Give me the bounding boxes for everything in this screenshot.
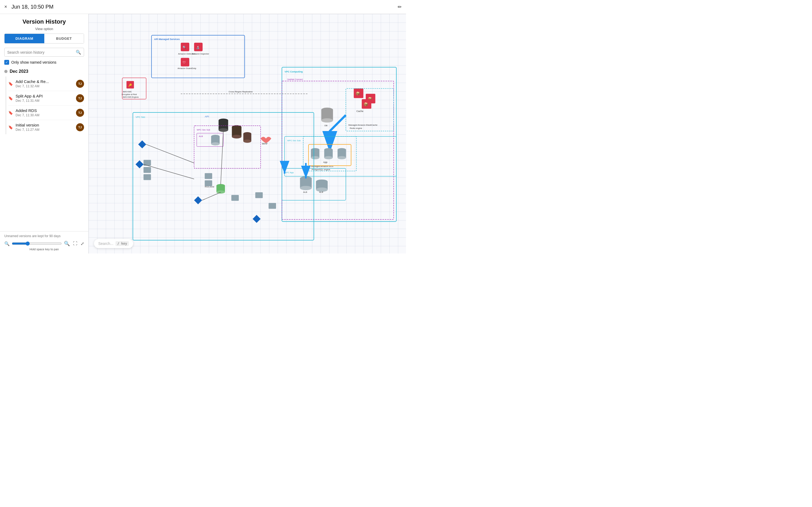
svg-text:WFC Sec Sub: WFC Sec Sub — [197, 129, 211, 131]
version-info-2: Added RDS Dec 7, 11:30 AM — [15, 108, 73, 117]
sidebar-title: Version History — [4, 18, 84, 25]
svg-rect-89 — [205, 180, 212, 186]
bookmark-icon-2: 🔖 — [8, 111, 13, 115]
svg-text:ALB: ALB — [303, 191, 307, 193]
main-layout: Version History View option DIAGRAM BUDG… — [0, 14, 406, 253]
canvas-search-bar[interactable]: Search... / key — [94, 239, 133, 248]
svg-text:WFC App: WFC App — [285, 171, 294, 174]
svg-point-46 — [324, 156, 333, 159]
month-dot — [4, 70, 7, 73]
svg-text:ALB: ALB — [199, 135, 203, 137]
svg-text:Encryption at Rest: Encryption at Rest — [122, 94, 137, 96]
svg-rect-88 — [205, 173, 212, 179]
svg-point-66 — [243, 139, 251, 143]
svg-text:VPC Sec: VPC Sec — [135, 116, 146, 118]
svg-point-49 — [338, 156, 346, 159]
svg-marker-81 — [138, 140, 147, 149]
version-date-3: Dec 7, 11:27 AM — [15, 128, 73, 131]
version-info-0: Add Cache & Re... Dec 7, 11:32 AM — [15, 79, 73, 88]
svg-text:Redis engine: Redis engine — [350, 127, 362, 129]
version-avatar-0: TJ — [76, 80, 84, 88]
version-name-1: Split App & API — [15, 94, 73, 98]
svg-marker-83 — [194, 196, 202, 204]
svg-point-63 — [232, 135, 242, 138]
svg-point-35 — [322, 118, 333, 123]
month-group-dec2023: Dec 2023 🔖 Add Cache & Re... Dec 7, 11:3… — [4, 69, 84, 134]
svg-point-73 — [211, 142, 220, 146]
svg-line-104 — [221, 130, 223, 184]
diagram-container: API Managed Services 🔍 Amazon Detective … — [89, 14, 406, 253]
svg-text:Amazon GuardDuty: Amazon GuardDuty — [177, 67, 196, 69]
svg-text:🔑: 🔑 — [128, 83, 132, 87]
zoom-in-icon[interactable]: 🔍 — [64, 241, 70, 246]
svg-rect-92 — [269, 203, 276, 209]
svg-text:App: App — [323, 161, 327, 164]
footer-note: Unnamed versions are kept for 90 days — [4, 234, 84, 238]
svg-text:API Managed Services: API Managed Services — [154, 38, 180, 41]
bookmark-icon-1: 🔖 — [8, 96, 13, 101]
svg-line-101 — [146, 145, 194, 163]
version-name-3: Initial version — [15, 123, 73, 127]
view-toggle: DIAGRAM BUDGET — [4, 34, 84, 44]
check-icon: ✓ — [5, 60, 8, 64]
svg-rect-91 — [255, 192, 263, 198]
canvas-search-key: / key — [115, 241, 129, 246]
version-date-0: Dec 7, 11:32 AM — [15, 84, 73, 88]
month-label: Dec 2023 — [10, 69, 28, 74]
footer-controls: 🔍 🔍 ⛶ ⤢ — [4, 241, 84, 246]
diagram-button[interactable]: DIAGRAM — [5, 34, 44, 43]
version-avatar-3: TJ — [76, 123, 84, 131]
named-versions-label: Only show named versions — [11, 60, 56, 64]
svg-point-80 — [217, 190, 225, 193]
bookmark-icon-3: 🔖 — [8, 125, 13, 129]
pan-hint: Hold space key to pan — [4, 247, 84, 251]
fullscreen-icon[interactable]: ⤢ — [80, 241, 84, 246]
svg-line-102 — [143, 164, 194, 179]
named-versions-checkbox[interactable]: ✓ — [4, 60, 9, 65]
search-input[interactable] — [7, 50, 76, 55]
budget-button[interactable]: BUDGET — [44, 34, 84, 43]
svg-text:Cross-Region Replication: Cross-Region Replication — [229, 91, 253, 93]
svg-text:WFC Sec Sub: WFC Sec Sub — [287, 139, 301, 142]
diagram-svg: API Managed Services 🔍 Amazon Detective … — [89, 14, 406, 253]
svg-rect-0 — [152, 35, 245, 78]
svg-text:🛡: 🛡 — [183, 61, 185, 64]
svg-text:Cache: Cache — [356, 110, 363, 113]
version-info-1: Split App & API Dec 7, 11:31 AM — [15, 94, 73, 103]
svg-text:Amazon Inspector: Amazon Inspector — [192, 53, 209, 55]
svg-text:DB: DB — [325, 124, 327, 127]
expand-icon[interactable]: ⛶ — [73, 241, 77, 246]
canvas-search-placeholder: Search... — [98, 241, 113, 246]
svg-text:API: API — [205, 115, 209, 118]
canvas-area[interactable]: API Managed Services 🔍 Amazon Detective … — [89, 14, 406, 253]
svg-point-97 — [300, 186, 312, 190]
version-list: 🔖 Add Cache & Re... Dec 7, 11:32 AM TJ 🔖… — [6, 76, 84, 134]
zoom-slider[interactable] — [12, 241, 62, 246]
close-button[interactable]: × — [4, 4, 7, 10]
version-avatar-2: TJ — [76, 109, 84, 117]
header: × Jun 18, 10:50 PM ✏ — [0, 0, 406, 14]
edit-icon[interactable]: ✏ — [398, 4, 402, 10]
svg-text:🔍: 🔍 — [183, 45, 186, 49]
search-icon[interactable]: 🔍 — [76, 50, 81, 55]
svg-line-103 — [202, 192, 221, 200]
svg-rect-90 — [231, 195, 239, 201]
svg-text:PostgreSQL engine: PostgreSQL engine — [312, 168, 330, 171]
version-item-1[interactable]: 🔖 Split App & API Dec 7, 11:31 AM TJ — [8, 91, 84, 106]
svg-text:VPC Computing: VPC Computing — [285, 70, 303, 73]
version-item-2[interactable]: 🔖 Added RDS Dec 7, 11:30 AM TJ — [8, 106, 84, 120]
version-item-3[interactable]: 🔖 Initial version Dec 7, 11:27 AM TJ — [8, 120, 84, 134]
version-name-0: Add Cache & Re... — [15, 79, 73, 84]
version-date-2: Dec 7, 11:30 AM — [15, 113, 73, 117]
version-name-2: Added RDS — [15, 108, 73, 113]
svg-rect-67 — [194, 126, 261, 168]
bookmark-icon-0: 🔖 — [8, 81, 13, 86]
zoom-out-icon[interactable]: 🔍 — [4, 241, 10, 246]
svg-point-43 — [311, 156, 320, 159]
version-item-0[interactable]: 🔖 Add Cache & Re... Dec 7, 11:32 AM TJ — [8, 76, 84, 91]
svg-text:📦: 📦 — [363, 102, 368, 107]
named-versions-row: ✓ Only show named versions — [4, 60, 84, 65]
sidebar-footer: Unnamed versions are kept for 90 days 🔍 … — [0, 231, 89, 253]
svg-text:🔬: 🔬 — [196, 45, 200, 49]
svg-marker-82 — [135, 160, 143, 168]
